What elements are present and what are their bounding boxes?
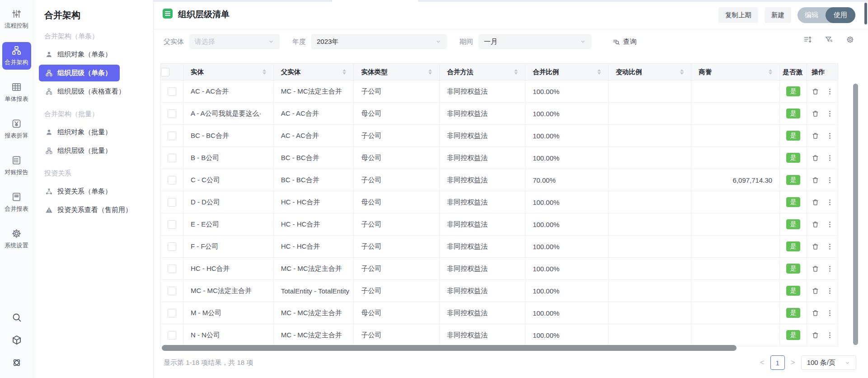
more-actions-icon[interactable] bbox=[826, 243, 834, 250]
next-page-icon[interactable]: > bbox=[790, 358, 796, 367]
row-checkbox[interactable] bbox=[168, 220, 176, 229]
page-scrollbar-thumb[interactable] bbox=[864, 3, 867, 24]
sort-icon[interactable] bbox=[428, 69, 432, 75]
sidebar-item-0-1[interactable]: 组织层级（单条） bbox=[39, 65, 120, 81]
row-checkbox-cell bbox=[161, 80, 183, 102]
use-toggle-segment[interactable]: 使用 bbox=[826, 7, 855, 23]
rail-item-settings[interactable]: 系统设置 bbox=[2, 225, 31, 253]
delete-icon[interactable] bbox=[812, 221, 819, 228]
sort-icon[interactable] bbox=[769, 69, 772, 75]
delete-icon[interactable] bbox=[812, 132, 819, 140]
cell-ratio: 100.00% bbox=[525, 258, 609, 279]
cell-entity: MC - MC法定主合并 bbox=[183, 280, 274, 302]
more-actions-icon[interactable] bbox=[826, 331, 834, 339]
more-actions-icon[interactable] bbox=[826, 176, 834, 184]
cell-goodwill bbox=[691, 280, 780, 302]
delete-icon[interactable] bbox=[812, 154, 819, 162]
horizontal-scrollbar-thumb[interactable] bbox=[162, 345, 737, 351]
chevron-down-icon bbox=[845, 360, 850, 366]
row-checkbox[interactable] bbox=[168, 109, 176, 118]
cell-type: 母公司 bbox=[354, 302, 440, 324]
cell-parent: MC - MC法定主合并 bbox=[274, 324, 354, 346]
delete-icon[interactable] bbox=[812, 110, 819, 118]
query-button[interactable]: 查询 bbox=[612, 38, 637, 46]
delete-icon[interactable] bbox=[812, 287, 819, 295]
row-checkbox[interactable] bbox=[168, 87, 176, 96]
sort-icon[interactable] bbox=[343, 69, 346, 75]
more-actions-icon[interactable] bbox=[826, 309, 834, 317]
new-button[interactable]: 新建 bbox=[765, 7, 791, 23]
active-badge: 是 bbox=[786, 153, 801, 163]
more-actions-icon[interactable] bbox=[826, 154, 834, 162]
sidebar-item-0-2[interactable]: 组织层级（表格查看） bbox=[39, 83, 148, 100]
sort-icon[interactable] bbox=[263, 69, 266, 75]
more-actions-icon[interactable] bbox=[826, 132, 834, 140]
sidebar-item-2-1[interactable]: 投资关系查看（售前用） bbox=[39, 202, 148, 218]
rail-item-consolidation[interactable]: 合并架构 bbox=[2, 42, 31, 70]
current-page-button[interactable]: 1 bbox=[770, 355, 785, 370]
delete-icon[interactable] bbox=[812, 331, 819, 339]
cell-entity: B - B公司 bbox=[183, 147, 274, 169]
delete-icon[interactable] bbox=[812, 88, 819, 95]
sidebar-item-1-0[interactable]: 组织对象（批量） bbox=[39, 124, 148, 141]
page-size-select[interactable]: 100 条/页 bbox=[801, 355, 856, 370]
more-actions-icon[interactable] bbox=[826, 88, 834, 95]
row-checkbox[interactable] bbox=[168, 132, 176, 140]
delete-icon[interactable] bbox=[812, 243, 819, 250]
row-checkbox[interactable] bbox=[168, 154, 176, 162]
more-actions-icon[interactable] bbox=[826, 198, 834, 206]
more-actions-icon[interactable] bbox=[826, 287, 834, 295]
copy-last-period-button[interactable]: 复制上期 bbox=[718, 7, 758, 23]
rail-item-single-report[interactable]: 单体报表 bbox=[2, 79, 31, 106]
delete-icon[interactable] bbox=[812, 309, 819, 317]
row-checkbox[interactable] bbox=[168, 331, 176, 340]
more-actions-icon[interactable] bbox=[826, 110, 834, 118]
sort-icon[interactable] bbox=[514, 69, 518, 75]
gear-icon[interactable] bbox=[846, 35, 854, 44]
row-height-icon[interactable] bbox=[803, 35, 812, 44]
cube-icon[interactable] bbox=[11, 335, 22, 345]
parent-entity-select[interactable]: 请选择 bbox=[189, 34, 280, 49]
cell-type: 子公司 bbox=[354, 258, 440, 279]
row-checkbox[interactable] bbox=[168, 176, 176, 184]
sort-icon[interactable] bbox=[597, 69, 601, 75]
knot-icon[interactable] bbox=[11, 357, 22, 368]
delete-icon[interactable] bbox=[812, 198, 819, 206]
rail-item-process[interactable]: 流程控制 bbox=[2, 5, 31, 33]
rail-item-reconciliation[interactable]: 对账报告 bbox=[2, 152, 31, 180]
sidebar-item-0-0[interactable]: 组织对象（单条） bbox=[39, 46, 148, 63]
row-checkbox[interactable] bbox=[168, 242, 176, 251]
header-cell: 实体 bbox=[183, 64, 274, 80]
row-checkbox[interactable] bbox=[168, 287, 176, 295]
search-icon[interactable] bbox=[11, 312, 22, 323]
row-checkbox-cell bbox=[161, 302, 183, 324]
cell-type: 母公司 bbox=[354, 191, 440, 213]
edit-toggle-segment[interactable]: 编辑 bbox=[798, 7, 826, 23]
sort-icon[interactable] bbox=[680, 69, 684, 75]
period-select[interactable]: 一月 bbox=[479, 34, 591, 49]
delete-icon[interactable] bbox=[812, 265, 819, 273]
cell-operations bbox=[807, 258, 838, 279]
header-label: 父实体 bbox=[281, 68, 301, 76]
select-all-checkbox[interactable] bbox=[161, 68, 169, 76]
more-actions-icon[interactable] bbox=[826, 265, 834, 273]
prev-page-icon[interactable]: < bbox=[759, 358, 765, 367]
row-checkbox[interactable] bbox=[168, 198, 176, 207]
row-checkbox[interactable] bbox=[168, 309, 176, 317]
cell-operations bbox=[807, 80, 838, 102]
vertical-scrollbar-thumb[interactable] bbox=[853, 84, 858, 345]
filter-icon[interactable] bbox=[825, 35, 833, 44]
rail-item-label: 合并架构 bbox=[5, 58, 28, 66]
sidebar-item-2-0[interactable]: 投资关系（单条） bbox=[39, 183, 148, 200]
sidebar-groups: 合并架构（单条）组织对象（单条）组织层级（单条）组织层级（表格查看）合并架构（批… bbox=[33, 24, 153, 218]
delete-icon[interactable] bbox=[812, 176, 819, 184]
table-toolbar bbox=[803, 35, 854, 44]
rail-item-merged-report[interactable]: 合并报表 bbox=[2, 189, 31, 216]
rail-item-translation[interactable]: 报表折算 bbox=[2, 115, 31, 143]
sort-up-icon bbox=[428, 69, 432, 71]
cell-change bbox=[609, 80, 692, 102]
row-checkbox[interactable] bbox=[168, 265, 176, 273]
year-select[interactable]: 2023年 bbox=[311, 34, 447, 49]
sidebar-item-1-1[interactable]: 组织层级（批量） bbox=[39, 142, 148, 159]
more-actions-icon[interactable] bbox=[826, 221, 834, 228]
